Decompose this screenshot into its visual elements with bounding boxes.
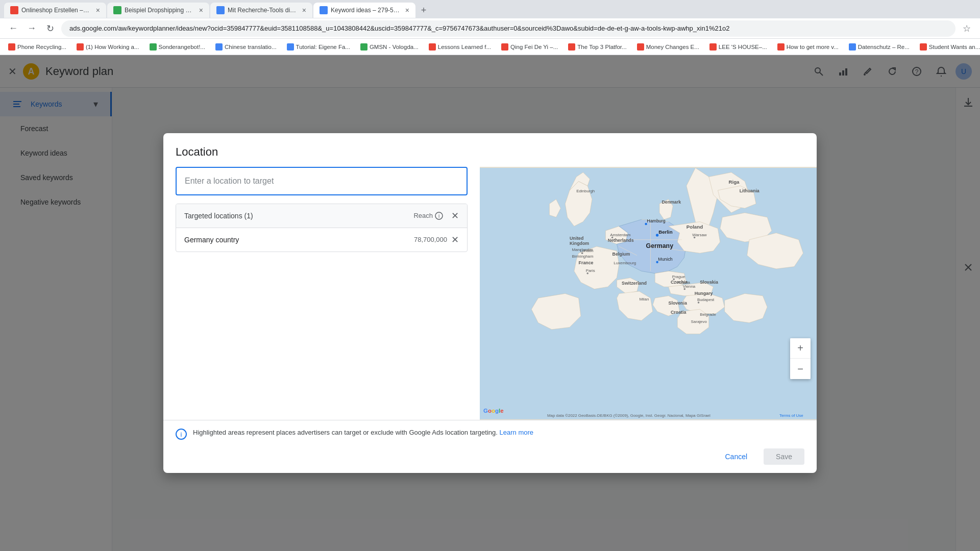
svg-text:United: United (570, 235, 583, 240)
svg-text:Germany: Germany (646, 242, 674, 249)
back-button[interactable]: ← (6, 21, 20, 36)
bookmark-how-working[interactable]: (1) How Working a... (72, 41, 143, 53)
map-zoom-controls: + − (790, 338, 811, 379)
modal-title: Location (163, 133, 817, 167)
tab-1[interactable]: Onlineshop Erstellen – Einfac... × (4, 3, 106, 18)
svg-text:i: i (181, 431, 182, 438)
svg-text:Poland: Poland (687, 223, 703, 229)
zoom-in-button[interactable]: + (790, 338, 811, 359)
bookmark-student[interactable]: Student Wants an... (916, 41, 980, 53)
modal-footer: i Highlighted areas represent places adv… (163, 420, 817, 473)
modal-left-panel: Targeted locations (1) Reach i ✕ (163, 167, 480, 420)
bookmark-datenschutz[interactable]: Datenschutz – Re... (845, 41, 914, 53)
modal-body: Targeted locations (1) Reach i ✕ (163, 167, 817, 420)
svg-text:Croatia: Croatia (671, 310, 686, 315)
targeted-locations-title: Targeted locations (1) (184, 212, 253, 220)
svg-text:Warsaw: Warsaw (692, 232, 707, 237)
targeted-locations-header: Targeted locations (1) Reach i ✕ (176, 204, 467, 228)
info-text: Highlighted areas represent places adver… (193, 429, 533, 436)
tab-3[interactable]: Mit Recherche-Tools die richt... × (210, 3, 312, 18)
svg-text:Munich: Munich (658, 257, 672, 262)
svg-text:Prague: Prague (672, 274, 685, 279)
svg-text:Sarajevo: Sarajevo (691, 319, 707, 323)
tab-4-active[interactable]: Keyword ideas – 279-560-18... × (313, 3, 415, 18)
svg-text:Edinburgh: Edinburgh (576, 189, 595, 193)
svg-text:France: France (579, 260, 594, 265)
svg-text:Hungary: Hungary (695, 291, 713, 296)
svg-text:Luxembourg: Luxembourg (614, 261, 636, 265)
bookmark-icon[interactable]: ☆ (960, 21, 974, 36)
svg-text:Birmingham: Birmingham (572, 254, 594, 259)
targeted-locations-box: Targeted locations (1) Reach i ✕ (176, 204, 468, 252)
bookmark-top3[interactable]: The Top 3 Platfor... (564, 41, 630, 53)
svg-text:Riga: Riga (729, 179, 740, 184)
location-remove-icon[interactable]: ✕ (451, 234, 459, 245)
bookmark-qing[interactable]: Qing Fei De Yi –... (497, 41, 562, 53)
bookmark-sonderangebot[interactable]: Sonderangebot!... (145, 41, 209, 53)
svg-text:Milan: Milan (639, 296, 649, 301)
svg-text:Berlin: Berlin (658, 229, 673, 235)
svg-text:Slovenia: Slovenia (669, 300, 687, 306)
modal-map: Berlin Hamburg Munich Germany Amsterdam … (480, 167, 817, 420)
bookmark-money[interactable]: Money Changes E... (633, 41, 703, 53)
reach-header-close-icon[interactable]: ✕ (451, 210, 459, 221)
svg-text:Switzerland: Switzerland (622, 280, 647, 285)
bookmark-phone[interactable]: Phone Recycling... (4, 41, 70, 53)
map-svg: Berlin Hamburg Munich Germany Amsterdam … (480, 167, 817, 420)
svg-text:Kingdom: Kingdom (570, 241, 589, 246)
info-circle-icon: i (176, 429, 187, 442)
bookmark-lee[interactable]: LEE 'S HOUSE–... (705, 41, 771, 53)
location-reach: 78,700,000 ✕ (414, 234, 459, 245)
svg-text:Hamburg: Hamburg (647, 218, 665, 223)
location-search-input[interactable] (176, 167, 468, 195)
svg-text:Vienna: Vienna (683, 284, 696, 289)
svg-text:Amsterdam: Amsterdam (610, 232, 631, 237)
content-area: Keywords ▾ Forecast Keyword ideas Saved … (0, 88, 980, 551)
bookmark-lessons[interactable]: Lessons Learned f... (425, 41, 495, 53)
bookmark-how-more[interactable]: How to get more v... (773, 41, 843, 53)
new-tab-button[interactable]: + (416, 3, 431, 17)
modal-overlay: Location Targeted locations (1) Reach (0, 55, 980, 551)
bookmarks-bar: Phone Recycling... (1) How Working a... … (0, 39, 980, 55)
svg-text:Belgium: Belgium (612, 251, 630, 256)
location-modal: Location Targeted locations (1) Reach (163, 133, 817, 473)
reload-button[interactable]: ↻ (43, 21, 57, 36)
svg-text:Manchester: Manchester (572, 247, 593, 252)
address-input[interactable] (61, 20, 955, 37)
bookmark-chinese[interactable]: Chinese translatio... (211, 41, 281, 53)
svg-text:Denmark: Denmark (662, 199, 681, 205)
modal-footer-actions: Cancel Save (176, 448, 804, 465)
svg-rect-19 (480, 168, 817, 419)
cancel-button[interactable]: Cancel (717, 448, 755, 465)
save-button[interactable]: Save (764, 448, 804, 465)
svg-text:Slovakia: Slovakia (700, 280, 718, 285)
map-container: Berlin Hamburg Munich Germany Amsterdam … (480, 167, 817, 420)
app-container: ✕ A Keyword plan ? U (0, 55, 980, 551)
svg-text:Map data ©2022 GeoBasis-DE/BKG: Map data ©2022 GeoBasis-DE/BKG (©2009), … (547, 413, 710, 418)
reach-label: Reach i (413, 212, 443, 220)
bookmark-gmsn[interactable]: GMSN - Vologda... (356, 41, 423, 53)
tab-2[interactable]: Beispiel Dropshipping Store –... × (107, 3, 209, 18)
location-name: Germany country (184, 236, 239, 244)
svg-text:Belgrade: Belgrade (700, 312, 716, 317)
tab-bar: Onlineshop Erstellen – Einfac... × Beisp… (0, 0, 980, 18)
svg-text:Budapest: Budapest (697, 297, 715, 302)
learn-more-link[interactable]: Learn more (500, 429, 533, 436)
address-bar: ← → ↻ ☆ (0, 18, 980, 39)
info-icon: i (435, 212, 443, 220)
svg-text:Terms of Use: Terms of Use (779, 413, 803, 418)
bookmark-tutorial[interactable]: Tutorial: Eigene Fa... (283, 41, 354, 53)
svg-text:Paris: Paris (586, 268, 595, 273)
svg-text:Netherlands: Netherlands (608, 238, 634, 243)
info-banner: i Highlighted areas represent places adv… (176, 429, 804, 442)
svg-text:Lithuania: Lithuania (740, 188, 760, 193)
browser-chrome: Onlineshop Erstellen – Einfac... × Beisp… (0, 0, 980, 55)
location-row-germany: Germany country 78,700,000 ✕ (176, 228, 467, 252)
svg-text:Google: Google (483, 407, 503, 413)
forward-button[interactable]: → (24, 21, 39, 36)
zoom-out-button[interactable]: − (790, 359, 811, 379)
svg-text:Austria: Austria (677, 280, 690, 285)
svg-text:i: i (438, 213, 439, 219)
